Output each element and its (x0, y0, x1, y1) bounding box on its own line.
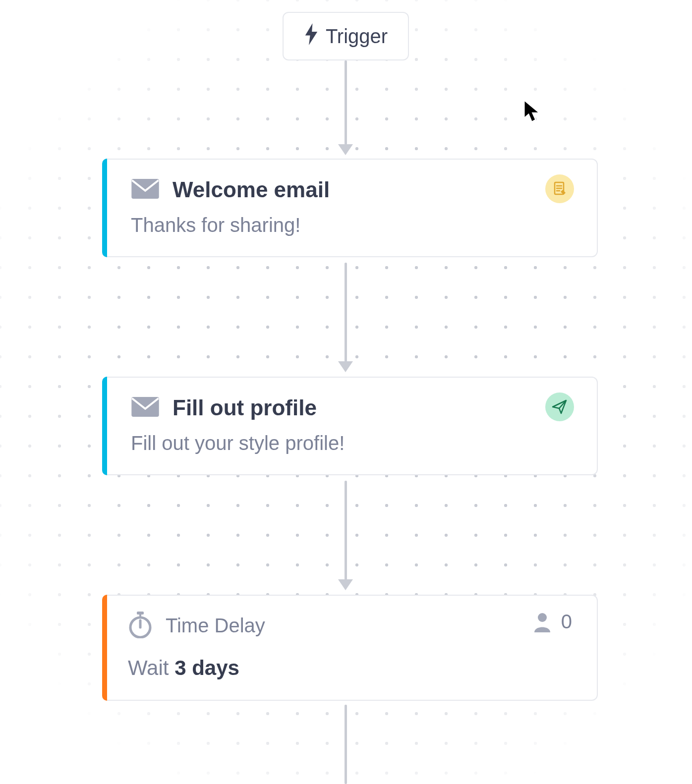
node-title: Fill out profile (173, 395, 317, 420)
envelope-icon (131, 396, 160, 419)
person-icon (532, 612, 552, 632)
svg-point-7 (538, 613, 547, 622)
time-delay-node[interactable]: Time Delay 0 Wait 3 days (102, 595, 598, 701)
trigger-node[interactable]: Trigger (283, 12, 409, 60)
sent-badge (545, 392, 574, 421)
contact-count: 0 (532, 611, 572, 633)
svg-rect-2 (131, 397, 159, 417)
svg-rect-0 (131, 179, 159, 199)
cursor-icon (522, 99, 542, 123)
node-subtitle: Thanks for sharing! (131, 214, 575, 236)
delay-wait-text: Wait 3 days (128, 656, 575, 680)
node-accent-stripe (102, 377, 107, 475)
node-subtitle: Fill out your style profile! (131, 432, 575, 454)
email-node-welcome[interactable]: Welcome email Thanks for sharing! (102, 159, 598, 257)
trigger-label: Trigger (326, 25, 388, 48)
delay-label: Time Delay (166, 615, 265, 637)
node-title: Welcome email (173, 177, 330, 202)
email-node-profile[interactable]: Fill out profile Fill out your style pro… (102, 377, 598, 475)
svg-rect-4 (139, 614, 141, 616)
envelope-icon (131, 178, 160, 201)
node-accent-stripe (102, 595, 107, 701)
stopwatch-icon (128, 611, 153, 640)
lightning-icon (304, 23, 319, 50)
node-accent-stripe (102, 159, 107, 257)
draft-badge (545, 174, 574, 203)
contact-count-value: 0 (561, 611, 572, 633)
